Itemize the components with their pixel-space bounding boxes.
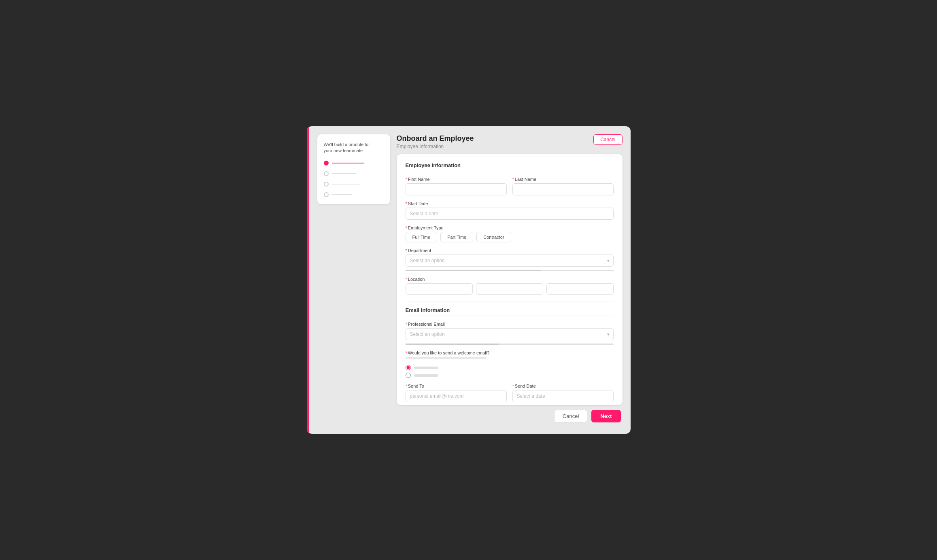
department-select-wrapper: Select an option — [406, 255, 614, 267]
bottom-bar: Cancel Next — [397, 410, 623, 422]
start-date-input[interactable] — [406, 208, 614, 220]
employment-type-toggle: Full Time Part Time Contractor — [406, 232, 614, 242]
welcome-email-yes[interactable] — [406, 365, 614, 370]
professional-email-progress-fill — [406, 344, 499, 345]
employment-type-part-time[interactable]: Part Time — [440, 232, 473, 242]
step-line-2 — [332, 173, 356, 174]
cancel-button-bottom[interactable]: Cancel — [554, 410, 587, 422]
email-section-title: Email Information — [406, 307, 614, 316]
form-header: Onboard an Employee Employee Information… — [397, 134, 623, 149]
last-name-label: *Last Name — [512, 177, 614, 182]
welcome-email-no-radio[interactable] — [406, 373, 411, 378]
step-dot-2 — [324, 171, 329, 176]
send-to-group: *Send To — [406, 384, 507, 402]
form-header-text: Onboard an Employee Employee Information — [397, 134, 474, 149]
main-content: We'll build a produle for your new teamm… — [309, 126, 631, 434]
employment-type-label: *Employment Type — [406, 225, 614, 230]
location-input-2[interactable] — [476, 283, 543, 295]
professional-email-progress — [406, 344, 614, 345]
welcome-email-group: *Would you like to send a welcome email? — [406, 350, 614, 378]
cancel-button-top[interactable]: Cancel — [593, 134, 622, 145]
radio-yes-label — [414, 367, 438, 369]
app-container: We'll build a produle for your new teamm… — [307, 126, 631, 434]
sidebar-card: We'll build a produle for your new teamm… — [317, 134, 390, 204]
page-title: Onboard an Employee — [397, 134, 474, 143]
welcome-email-yes-radio[interactable] — [406, 365, 411, 370]
section-divider-1 — [406, 301, 614, 301]
step-line-1 — [332, 163, 364, 163]
step-line-4 — [332, 194, 352, 195]
last-name-group: *Last Name — [512, 177, 614, 195]
department-progress — [406, 270, 614, 271]
send-date-input[interactable] — [512, 390, 614, 402]
step-dot-3 — [324, 182, 329, 187]
radio-no-label — [414, 374, 438, 377]
first-name-group: *First Name — [406, 177, 507, 195]
send-to-label: *Send To — [406, 384, 507, 388]
employment-type-full-time[interactable]: Full Time — [406, 232, 438, 242]
professional-email-label: *Professional Email — [406, 322, 614, 327]
department-group: *Department Select an option — [406, 248, 614, 271]
professional-email-group: *Professional Email Select an option — [406, 322, 614, 345]
form-card: Employee Information *First Name *Last N… — [397, 154, 623, 405]
welcome-email-radio-group — [406, 365, 614, 378]
next-button[interactable]: Next — [591, 410, 620, 422]
employment-type-contractor[interactable]: Contractor — [476, 232, 511, 242]
first-name-label: *First Name — [406, 177, 507, 182]
first-name-input[interactable] — [406, 183, 507, 195]
start-date-label: *Start Date — [406, 201, 614, 206]
sidebar-description: We'll build a produle for your new teamm… — [324, 142, 384, 154]
send-to-input[interactable] — [406, 390, 507, 402]
location-group: *Location — [406, 277, 614, 295]
department-select[interactable]: Select an option — [406, 255, 614, 267]
send-to-date-row: *Send To *Send Date — [406, 384, 614, 402]
send-date-label: *Send Date — [512, 384, 614, 388]
step-item-4 — [324, 192, 384, 197]
step-dot-1 — [324, 161, 329, 165]
start-date-group: *Start Date — [406, 201, 614, 220]
name-row: *First Name *Last Name — [406, 177, 614, 195]
department-label: *Department — [406, 248, 614, 253]
department-progress-fill — [406, 270, 541, 271]
step-item-3 — [324, 182, 384, 187]
professional-email-select-wrapper: Select an option — [406, 328, 614, 340]
step-dot-4 — [324, 192, 329, 197]
employment-type-group: *Employment Type Full Time Part Time Con… — [406, 225, 614, 242]
send-date-group: *Send Date — [512, 384, 614, 402]
location-label: *Location — [406, 277, 614, 282]
sidebar: We'll build a produle for your new teamm… — [317, 134, 390, 426]
professional-email-select[interactable]: Select an option — [406, 328, 614, 340]
step-item-1 — [324, 161, 384, 165]
step-item-2 — [324, 171, 384, 176]
form-subtitle: Employee Information — [397, 144, 474, 149]
location-input-1[interactable] — [406, 283, 473, 295]
step-indicator — [324, 161, 384, 197]
location-inputs — [406, 283, 614, 295]
step-line-3 — [332, 184, 360, 185]
welcome-email-label: *Would you like to send a welcome email? — [406, 350, 614, 355]
last-name-input[interactable] — [512, 183, 614, 195]
location-input-3[interactable] — [546, 283, 614, 295]
employee-section-title: Employee Information — [406, 162, 614, 171]
welcome-email-description — [406, 357, 487, 359]
form-area: Onboard an Employee Employee Information… — [397, 134, 623, 426]
welcome-email-no[interactable] — [406, 373, 614, 378]
